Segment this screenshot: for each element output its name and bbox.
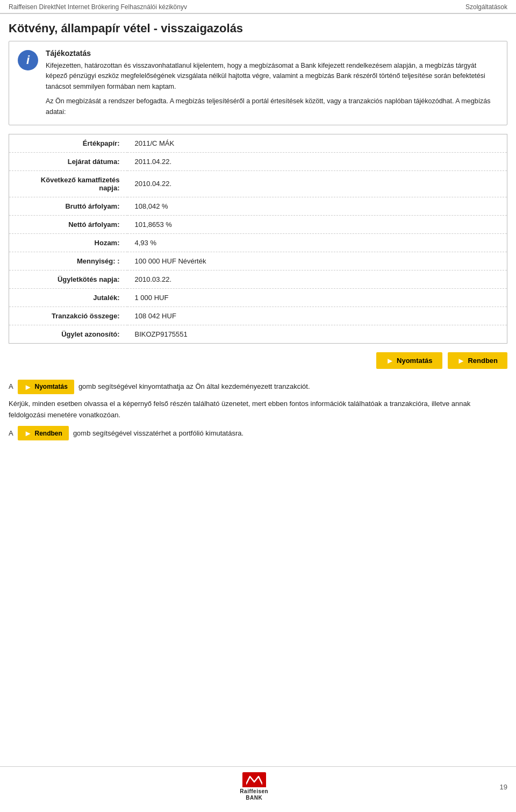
- info-paragraph-2: Az Ön megbízását a rendszer befogadta. A…: [46, 96, 498, 117]
- print-button-inline[interactable]: ► Nyomtatás: [18, 380, 74, 394]
- header: Raiffeisen DirektNet Internet Brókering …: [0, 0, 516, 14]
- info-icon: i: [18, 50, 38, 70]
- ok-button[interactable]: ► Rendben: [448, 352, 507, 369]
- table-row: Lejárat dátuma: 2011.04.22.: [9, 152, 507, 170]
- explanation: A ► Nyomtatás gomb segítségével kinyomta…: [9, 380, 507, 441]
- row-label: Ügyletkötés napja:: [9, 270, 127, 288]
- print-explanation-line: A ► Nyomtatás gomb segítségével kinyomta…: [9, 380, 507, 394]
- print-explanation-text: gomb segítségével kinyomtathatja az Ön á…: [78, 381, 310, 393]
- buttons-row: ► Nyomtatás ► Rendben: [9, 352, 507, 369]
- row-value: 2010.04.22.: [127, 170, 507, 197]
- row-label: Ügylet azonosító:: [9, 325, 127, 343]
- raiffeisen-symbol: [246, 774, 262, 785]
- print-inline-label: Nyomtatás: [35, 383, 68, 390]
- row-label: Nettó árfolyam:: [9, 215, 127, 233]
- table-row: Tranzakció összege: 108 042 HUF: [9, 307, 507, 325]
- row-label: Jutalék:: [9, 288, 127, 307]
- row-label: Lejárat dátuma:: [9, 152, 127, 170]
- table-row: Jutalék: 1 000 HUF: [9, 288, 507, 307]
- data-table: Értékpapír: 2011/C MÁK Lejárat dátuma: 2…: [9, 134, 507, 344]
- footer-page-number: 19: [500, 783, 507, 791]
- row-label: Következő kamatfizetésnapja:: [9, 170, 127, 197]
- table-row: Ügylet azonosító: BIKOZP9175551: [9, 325, 507, 343]
- ok-intro: A: [9, 428, 13, 439]
- row-value: 1 000 HUF: [127, 288, 507, 307]
- print-inline-arrow-icon: ►: [24, 382, 32, 391]
- row-value: BIKOZP9175551: [127, 325, 507, 343]
- table-row: Bruttó árfolyam: 108,042 %: [9, 197, 507, 215]
- row-label: Értékpapír:: [9, 134, 127, 152]
- table-row: Ügyletkötés napja: 2010.03.22.: [9, 270, 507, 288]
- info-text: Kifejezetten, határozottan és visszavonh…: [46, 61, 498, 117]
- row-value: 108 042 HUF: [127, 307, 507, 325]
- raiffeisen-bank-text: Raiffeisen BANK: [240, 788, 268, 801]
- raiffeisen-logo-icon: [242, 772, 266, 787]
- table-row: Mennyiség: : 100 000 HUF Névérték: [9, 252, 507, 270]
- row-value: 2010.03.22.: [127, 270, 507, 288]
- ok-inline-arrow-icon: ►: [24, 429, 32, 438]
- print-button-label: Nyomtatás: [397, 357, 432, 365]
- row-label: Hozam:: [9, 233, 127, 252]
- ok-button-label: Rendben: [468, 357, 498, 365]
- ok-explanation-line: A ► Rendben gomb segítségével visszatérh…: [9, 426, 507, 440]
- row-value: 108,042 %: [127, 197, 507, 215]
- row-value: 2011.04.22.: [127, 152, 507, 170]
- info-paragraph-1: Kifejezetten, határozottan és visszavonh…: [46, 61, 498, 92]
- row-value: 4,93 %: [127, 233, 507, 252]
- table-row: Következő kamatfizetésnapja: 2010.04.22.: [9, 170, 507, 197]
- info-box: i Tájékoztatás Kifejezetten, határozotta…: [9, 41, 507, 125]
- table-row: Értékpapír: 2011/C MÁK: [9, 134, 507, 152]
- footer: Raiffeisen BANK 19: [0, 766, 516, 801]
- ok-explanation-text: gomb segítségével visszatérhet a portfól…: [73, 428, 243, 439]
- print-arrow-icon: ►: [386, 356, 394, 365]
- info-title: Tájékoztatás: [46, 49, 498, 58]
- page-title: Kötvény, állampapír vétel - visszaigazol…: [0, 14, 516, 41]
- row-value: 100 000 HUF Névérték: [127, 252, 507, 270]
- row-value: 2011/C MÁK: [127, 134, 507, 152]
- row-label: Tranzakció összege:: [9, 307, 127, 325]
- ok-button-inline[interactable]: ► Rendben: [18, 426, 69, 440]
- header-section: Szolgáltatások: [465, 3, 507, 11]
- table-row: Hozam: 4,93 %: [9, 233, 507, 252]
- print-intro: A: [9, 381, 13, 393]
- table-row: Nettó árfolyam: 101,8653 %: [9, 215, 507, 233]
- middle-explanation-text: Kérjük, minden esetben olvassa el a képe…: [9, 398, 507, 421]
- ok-arrow-icon: ►: [457, 356, 465, 365]
- raiffeisen-logo: Raiffeisen BANK: [240, 772, 268, 801]
- ok-inline-label: Rendben: [35, 430, 62, 437]
- info-content: Tájékoztatás Kifejezetten, határozottan …: [46, 49, 498, 117]
- row-label: Bruttó árfolyam:: [9, 197, 127, 215]
- row-value: 101,8653 %: [127, 215, 507, 233]
- print-button[interactable]: ► Nyomtatás: [376, 352, 442, 369]
- row-label: Mennyiség: :: [9, 252, 127, 270]
- header-title: Raiffeisen DirektNet Internet Brókering …: [9, 3, 187, 11]
